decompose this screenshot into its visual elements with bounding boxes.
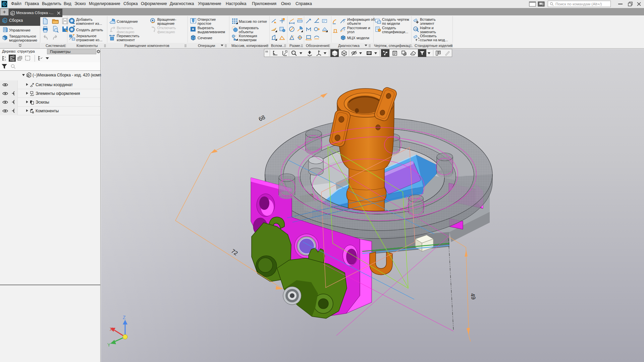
- svg-text:?: ?: [343, 28, 345, 32]
- svg-text:Y: Y: [107, 342, 111, 348]
- svg-text:?: ?: [343, 20, 345, 23]
- svg-text:Z: Z: [123, 315, 126, 320]
- svg-text:АВ: АВ: [414, 27, 418, 31]
- svg-text:72: 72: [230, 248, 239, 256]
- svg-text:X: X: [110, 326, 113, 332]
- svg-text:49: 49: [469, 293, 477, 300]
- svg-text:68: 68: [258, 114, 266, 123]
